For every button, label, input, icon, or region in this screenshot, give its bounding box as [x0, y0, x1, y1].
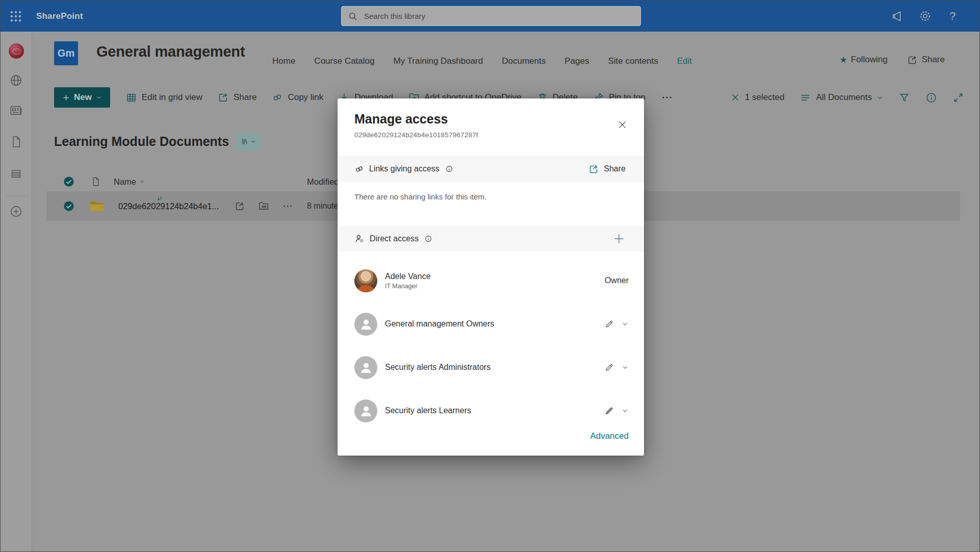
close-icon — [617, 119, 628, 130]
column-name[interactable]: Name — [114, 177, 145, 187]
folder-link-icon — [258, 200, 269, 212]
nav-site-contents[interactable]: Site contents — [608, 56, 658, 66]
suite-bar: SharePoint ? — [1, 1, 979, 32]
details-pane-button[interactable] — [925, 92, 937, 104]
filter-button[interactable] — [898, 92, 910, 104]
direct-section-header: Direct access — [354, 234, 432, 244]
view-toggle-badge[interactable] — [236, 133, 260, 150]
nav-documents[interactable]: Documents — [502, 56, 546, 66]
nav-edit-button[interactable]: Edit — [677, 56, 692, 66]
new-button[interactable]: New — [54, 87, 110, 108]
advanced-link[interactable]: Advanced — [590, 431, 629, 441]
row-more-button[interactable] — [282, 200, 293, 212]
site-actions: ★ Following Share — [840, 53, 945, 66]
app-launcher-button[interactable] — [5, 5, 27, 28]
info-icon — [925, 92, 937, 104]
no-edit-permission-button[interactable] — [604, 406, 614, 416]
search-icon — [348, 11, 358, 21]
site-logo[interactable]: Gm — [54, 41, 78, 65]
pages-button[interactable] — [6, 132, 27, 152]
settings-button[interactable] — [917, 9, 933, 24]
check-circle-icon — [63, 176, 74, 187]
new-item-indicator-icon — [157, 195, 163, 202]
chevron-down-icon — [622, 364, 629, 371]
dialog-title: Manage access — [354, 112, 448, 127]
user-avatar — [354, 269, 377, 292]
edit-grid-view-button[interactable]: Edit in grid view — [125, 92, 202, 104]
nav-course-catalog[interactable]: Course Catalog — [314, 56, 374, 66]
share-icon — [235, 201, 245, 212]
edit-permission-button[interactable] — [604, 319, 614, 329]
row-checkbox[interactable] — [63, 200, 74, 212]
person-role: Owner — [605, 276, 629, 285]
chevron-down-icon — [622, 320, 629, 328]
select-all-checkbox[interactable] — [63, 176, 74, 187]
library-title: Learning Module Documents — [54, 134, 229, 149]
permission-dropdown-button[interactable] — [622, 407, 629, 414]
link-icon — [354, 164, 364, 174]
nav-my-training-dashboard[interactable]: My Training Dashboard — [393, 56, 483, 66]
permission-dropdown-button[interactable] — [622, 364, 629, 371]
site-nav: Home Course Catalog My Training Dashboar… — [272, 55, 692, 68]
row-share-button[interactable] — [235, 201, 245, 212]
more-icon — [661, 91, 673, 104]
grant-access-button[interactable] — [612, 232, 626, 245]
access-row-group: Security alerts Learners — [338, 393, 644, 429]
share-icon — [218, 92, 229, 103]
nav-pages[interactable]: Pages — [564, 56, 589, 66]
help-icon: ? — [949, 10, 956, 23]
row-shortcut-button[interactable] — [258, 200, 269, 212]
help-button[interactable]: ? — [945, 9, 960, 24]
chevron-down-icon — [250, 139, 256, 144]
site-share-button[interactable]: Share — [907, 55, 945, 65]
toolbar-share-button[interactable]: Share — [218, 92, 256, 103]
clear-selection-button[interactable]: 1 selected — [730, 92, 785, 103]
news-icon — [9, 104, 23, 117]
file-icon — [10, 135, 23, 148]
links-section-header: Links giving access — [354, 164, 453, 174]
create-button[interactable] — [6, 201, 27, 221]
edit-permission-button[interactable] — [604, 363, 614, 372]
dialog-item-id: 029de62029124b24b4e101857967287f — [354, 131, 478, 139]
row-name-link[interactable]: 029de62029124b24b4e1... — [118, 202, 219, 211]
direct-access-section: Direct access — [338, 226, 644, 252]
folder-icon — [90, 200, 104, 212]
access-row-group: General management Owners — [338, 306, 644, 342]
dialog-share-button[interactable]: Share — [588, 164, 626, 174]
more-icon — [282, 200, 293, 212]
permission-dropdown-button[interactable] — [622, 320, 629, 328]
org-logo-icon — [9, 43, 24, 59]
copy-link-label: Copy link — [288, 92, 323, 103]
group-avatar — [354, 356, 377, 379]
nav-home[interactable]: Home — [272, 56, 295, 66]
suite-bar-actions: ? — [890, 1, 972, 32]
search-input[interactable] — [363, 11, 634, 21]
more-commands-button[interactable] — [661, 91, 673, 104]
info-icon[interactable] — [446, 165, 453, 172]
column-modified[interactable]: Modified — [307, 177, 339, 187]
command-bar-right: 1 selected All Documents — [730, 86, 964, 109]
links-section-label: Links giving access — [369, 164, 440, 173]
news-button[interactable] — [6, 100, 27, 120]
waffle-icon — [9, 10, 22, 23]
chevron-down-icon — [96, 94, 102, 101]
toolbar-share-label: Share — [234, 92, 256, 103]
person-name: Adele Vance — [385, 272, 431, 281]
dialog-close-button[interactable] — [614, 117, 630, 132]
direct-section-label: Direct access — [370, 234, 419, 243]
org-home-button[interactable] — [6, 41, 27, 61]
site-header: Gm General management Home Course Catalo… — [32, 32, 979, 85]
fullscreen-button[interactable] — [952, 92, 964, 104]
app-title: SharePoint — [36, 11, 83, 21]
announcements-button[interactable] — [890, 9, 905, 24]
view-selector[interactable]: All Documents — [800, 92, 883, 104]
following-button[interactable]: ★ Following — [840, 55, 888, 65]
sites-button[interactable] — [6, 70, 27, 90]
site-logo-text: Gm — [58, 47, 74, 59]
group-name: Security alerts Administrators — [385, 363, 491, 372]
plus-icon — [62, 94, 70, 102]
copy-link-button[interactable]: Copy link — [272, 92, 323, 103]
plus-circle-icon — [9, 205, 23, 218]
info-icon[interactable] — [425, 235, 432, 242]
group-avatar — [354, 313, 377, 336]
